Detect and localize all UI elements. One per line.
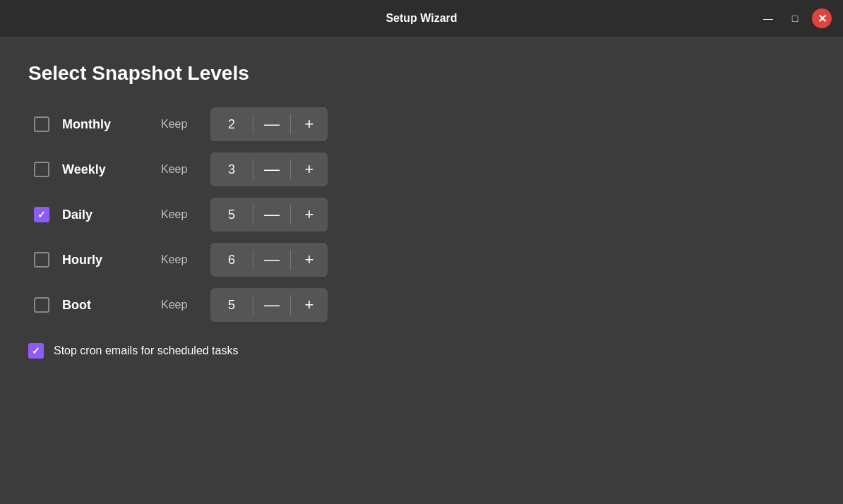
snapshot-row-daily: Daily Keep 5 — + (28, 198, 815, 232)
cron-row: Stop cron emails for scheduled tasks (28, 343, 815, 359)
stepper-daily: 5 — + (210, 198, 328, 232)
snapshot-row-hourly: Hourly Keep 6 — + (28, 243, 815, 277)
checkbox-monthly[interactable] (34, 116, 49, 132)
stepper-value-hourly: 6 (210, 253, 253, 268)
label-daily: Daily (62, 208, 154, 222)
checkbox-container-monthly (28, 116, 55, 132)
stepper-minus-boot[interactable]: — (253, 288, 290, 322)
stepper-boot: 5 — + (210, 288, 328, 322)
checkbox-container-hourly (28, 252, 55, 268)
checkbox-hourly[interactable] (34, 252, 49, 268)
snapshot-rows-container: Monthly Keep 2 — + Weekly Keep 3 — + (28, 107, 815, 322)
label-boot: Boot (62, 298, 154, 313)
checkbox-daily[interactable] (34, 207, 49, 222)
label-hourly: Hourly (62, 253, 154, 268)
stepper-plus-monthly[interactable]: + (291, 107, 328, 141)
cron-checkbox[interactable] (28, 343, 44, 359)
snapshot-row-weekly: Weekly Keep 3 — + (28, 152, 815, 186)
window-title: Setup Wizard (385, 12, 457, 25)
stepper-value-boot: 5 (210, 298, 253, 313)
stepper-plus-weekly[interactable]: + (291, 152, 328, 186)
main-content: Select Snapshot Levels Monthly Keep 2 — … (0, 37, 843, 504)
keep-label-monthly: Keep (161, 118, 203, 131)
page-title: Select Snapshot Levels (28, 62, 815, 85)
cron-label: Stop cron emails for scheduled tasks (54, 344, 238, 357)
stepper-hourly: 6 — + (210, 243, 328, 277)
stepper-minus-monthly[interactable]: — (253, 107, 290, 141)
stepper-value-daily: 5 (210, 208, 253, 222)
checkbox-container-weekly (28, 162, 55, 177)
stepper-weekly: 3 — + (210, 152, 328, 186)
stepper-minus-weekly[interactable]: — (253, 152, 290, 186)
stepper-plus-hourly[interactable]: + (291, 243, 328, 277)
keep-label-hourly: Keep (161, 253, 203, 266)
checkbox-container-daily (28, 207, 55, 222)
stepper-value-monthly: 2 (210, 117, 253, 132)
window-controls: — □ ✕ (758, 8, 832, 28)
label-monthly: Monthly (62, 117, 154, 132)
titlebar: Setup Wizard — □ ✕ (0, 0, 843, 37)
minimize-button[interactable]: — (758, 8, 778, 28)
close-button[interactable]: ✕ (812, 8, 832, 28)
keep-label-boot: Keep (161, 299, 203, 311)
maximize-button[interactable]: □ (785, 8, 805, 28)
checkbox-container-boot (28, 297, 55, 313)
checkbox-boot[interactable] (34, 297, 49, 313)
stepper-minus-hourly[interactable]: — (253, 243, 290, 277)
label-weekly: Weekly (62, 162, 154, 177)
keep-label-daily: Keep (161, 208, 203, 221)
stepper-plus-boot[interactable]: + (291, 288, 328, 322)
snapshot-row-monthly: Monthly Keep 2 — + (28, 107, 815, 141)
stepper-value-weekly: 3 (210, 162, 253, 177)
keep-label-weekly: Keep (161, 163, 203, 176)
snapshot-row-boot: Boot Keep 5 — + (28, 288, 815, 322)
stepper-monthly: 2 — + (210, 107, 328, 141)
stepper-plus-daily[interactable]: + (291, 198, 328, 232)
checkbox-weekly[interactable] (34, 162, 49, 177)
stepper-minus-daily[interactable]: — (253, 198, 290, 232)
